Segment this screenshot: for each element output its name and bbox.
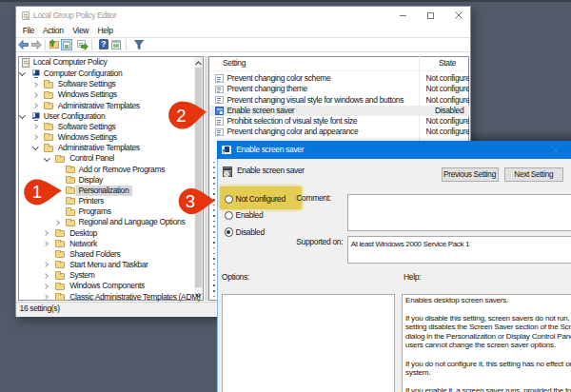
svg-text:1: 1	[32, 182, 42, 202]
svg-text:2: 2	[176, 106, 186, 126]
svg-text:3: 3	[186, 191, 195, 211]
